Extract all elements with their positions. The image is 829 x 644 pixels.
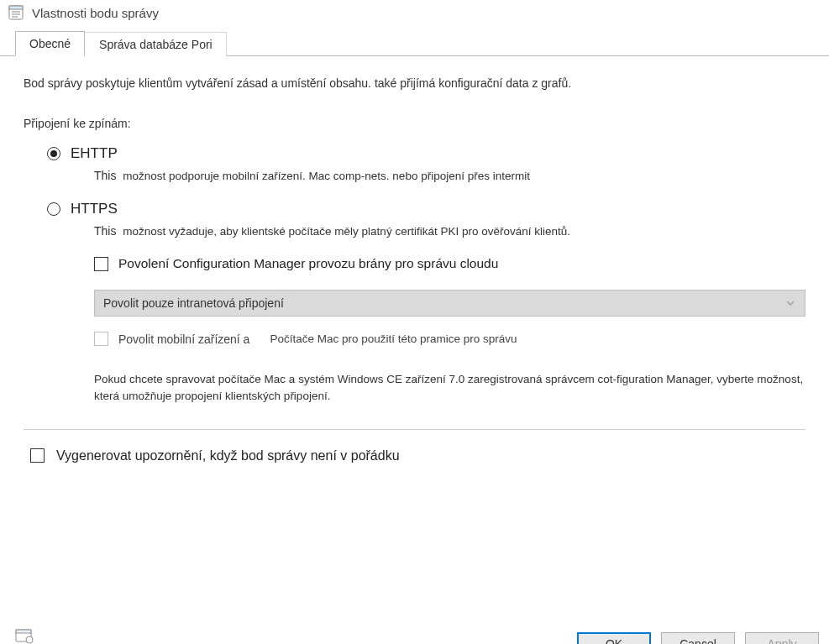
connection-scope-dropdown[interactable]: Povolit pouze intranetová připojení xyxy=(94,290,805,317)
apply-button[interactable]: Apply xyxy=(745,632,819,644)
svg-rect-6 xyxy=(16,630,31,633)
allow-cmg-label: Povolení Configuration Manager provozu b… xyxy=(118,256,498,271)
ok-button[interactable]: OK xyxy=(577,632,651,644)
chevron-down-icon xyxy=(784,297,796,309)
connections-radio-group: EHTTP This možnost podporuje mobilní zař… xyxy=(24,145,805,406)
https-desc-lead: This xyxy=(94,224,116,238)
radio-https-desc: This možnost vyžaduje, aby klientské poč… xyxy=(71,224,805,238)
cancel-button[interactable]: Cancel xyxy=(661,632,735,644)
dialog-buttons: OK Cancel Apply xyxy=(577,620,819,644)
window-icon xyxy=(8,5,24,20)
radio-ehttp-label: EHTTP xyxy=(71,145,118,162)
generate-alert-label: Vygenerovat upozornění, když bod správy … xyxy=(56,448,400,463)
generate-alert-checkbox[interactable] xyxy=(30,448,45,463)
radio-ehttp[interactable] xyxy=(47,147,60,160)
allow-cmg-checkbox[interactable] xyxy=(94,257,108,271)
tab-database[interactable]: Správa databáze Pori xyxy=(85,32,227,56)
allow-mobile-secondary: Počítače Mac pro použití této pramice pr… xyxy=(270,332,517,345)
allow-mobile-primary: Povolit mobilní zařízení a xyxy=(118,332,249,346)
divider xyxy=(24,429,805,430)
https-desc-text: možnost vyžaduje, aby klientské počítače… xyxy=(123,225,570,238)
connections-label: Připojení ke zpínám: xyxy=(24,117,805,130)
generate-alert-row[interactable]: Vygenerovat upozornění, když bod správy … xyxy=(24,448,805,463)
svg-rect-1 xyxy=(9,6,23,9)
ehttp-desc-lead: This xyxy=(94,169,116,182)
radio-https-row[interactable]: HTTPS xyxy=(47,201,805,217)
radio-https[interactable] xyxy=(47,202,60,216)
svg-point-7 xyxy=(26,636,33,643)
allow-mobile-checkbox[interactable] xyxy=(94,332,108,346)
tabs-row: Obecné Správa databáze Pori xyxy=(0,29,829,55)
tab-panel-general: Bod správy poskytuje klientům vytváření … xyxy=(0,55,829,472)
ehttp-desc-text: možnost podporuje mobilní zařízení. Mac … xyxy=(123,170,530,182)
radio-ehttp-desc: This možnost podporuje mobilní zařízení.… xyxy=(71,169,805,182)
https-sub-section: Povolení Configuration Manager provozu b… xyxy=(47,256,805,406)
allow-cmg-row[interactable]: Povolení Configuration Manager provozu b… xyxy=(94,256,805,271)
mac-note: Pokud chcete spravovat počítače Mac a sy… xyxy=(94,371,805,406)
allow-mobile-row[interactable]: Povolit mobilní zařízení a Počítače Mac … xyxy=(94,332,805,346)
properties-icon xyxy=(15,627,34,644)
window-title: Vlastnosti bodu správy xyxy=(32,6,159,20)
titlebar: Vlastnosti bodu správy xyxy=(0,0,829,29)
bottom-bar: OK Cancel Apply xyxy=(0,617,829,644)
tab-general[interactable]: Obecné xyxy=(15,31,85,56)
panel-description: Bod správy poskytuje klientům vytváření … xyxy=(24,76,805,90)
radio-https-label: HTTPS xyxy=(71,201,118,217)
radio-ehttp-row[interactable]: EHTTP xyxy=(47,145,805,162)
connection-scope-value: Povolit pouze intranetová připojení xyxy=(103,296,284,310)
